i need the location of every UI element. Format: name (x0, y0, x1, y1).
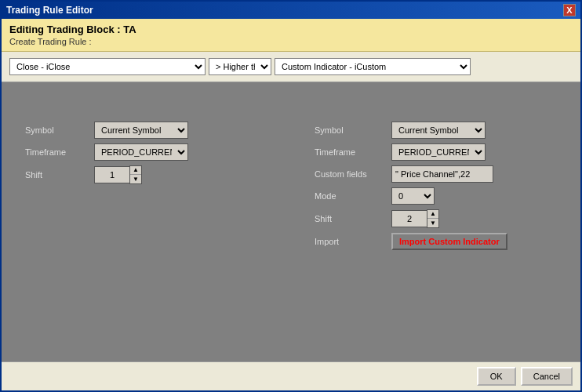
left-symbol-row: Symbol Current Symbol EURUSD GBPUSD (25, 122, 283, 139)
header-section: Editing Trading Block : TA Create Tradin… (2, 19, 580, 52)
right-symbol-select[interactable]: Current Symbol EURUSD (391, 122, 486, 139)
header-title: Editing Trading Block : TA (9, 24, 573, 35)
right-timeframe-label: Timeframe (315, 147, 385, 157)
right-symbol-control: Current Symbol EURUSD (391, 122, 486, 139)
left-shift-up-btn[interactable]: ▲ (130, 166, 141, 175)
toolbar: Close - iClose > Higher than Custom Indi… (2, 52, 580, 82)
right-custom-fields-control (391, 165, 493, 183)
right-symbol-row: Symbol Current Symbol EURUSD (315, 122, 573, 139)
right-shift-down-btn[interactable]: ▼ (427, 219, 438, 227)
right-mode-control: 0 1 2 (391, 187, 435, 205)
right-mode-label: Mode (315, 191, 385, 201)
header-subtitle: Create Trading Rule : (9, 37, 573, 46)
right-mode-select[interactable]: 0 1 2 (391, 187, 435, 205)
left-operand-select[interactable]: Close - iClose (9, 58, 206, 75)
footer-bar: OK Cancel (2, 361, 580, 390)
right-mode-row: Mode 0 1 2 (315, 187, 573, 205)
cancel-button[interactable]: Cancel (521, 367, 573, 386)
left-symbol-select[interactable]: Current Symbol EURUSD GBPUSD (94, 122, 188, 139)
left-shift-input[interactable] (94, 166, 129, 183)
close-button[interactable]: X (563, 4, 576, 16)
right-custom-fields-row: Custom fields (315, 165, 573, 183)
window-title: Trading Rule Editor (6, 5, 93, 16)
right-timeframe-row: Timeframe PERIOD_CURRENT H1 (315, 143, 573, 161)
left-symbol-control: Current Symbol EURUSD GBPUSD (94, 122, 188, 139)
left-shift-spinner: ▲ ▼ (129, 165, 142, 184)
left-shift-label: Shift (25, 170, 88, 180)
right-shift-row: Shift ▲ ▼ (315, 209, 573, 228)
right-shift-label: Shift (315, 214, 385, 223)
right-shift-input[interactable] (391, 210, 427, 227)
left-panel: Symbol Current Symbol EURUSD GBPUSD Time… (9, 122, 283, 250)
right-import-control: Import Custom Indicator (391, 233, 507, 250)
left-shift-down-btn[interactable]: ▼ (130, 175, 141, 183)
left-shift-control: ▲ ▼ (94, 165, 142, 184)
left-timeframe-label: Timeframe (25, 147, 88, 157)
left-timeframe-control: PERIOD_CURRENT M1 H1 (94, 143, 188, 161)
title-bar: Trading Rule Editor X (2, 2, 580, 19)
right-panel: Symbol Current Symbol EURUSD Timeframe P… (299, 122, 573, 250)
right-symbol-label: Symbol (315, 125, 385, 135)
ok-button[interactable]: OK (477, 367, 516, 386)
left-symbol-label: Symbol (25, 125, 88, 135)
left-timeframe-row: Timeframe PERIOD_CURRENT M1 H1 (25, 143, 283, 161)
panels-container: Symbol Current Symbol EURUSD GBPUSD Time… (9, 122, 573, 250)
right-custom-fields-label: Custom fields (315, 169, 385, 179)
right-timeframe-select[interactable]: PERIOD_CURRENT H1 (391, 143, 486, 161)
trading-rule-editor-window: Trading Rule Editor X Editing Trading Bl… (0, 0, 582, 392)
right-import-row: Import Import Custom Indicator (315, 233, 573, 250)
right-operand-select[interactable]: Custom Indicator - iCustom (275, 58, 471, 75)
right-custom-fields-input[interactable] (391, 165, 493, 183)
left-timeframe-select[interactable]: PERIOD_CURRENT M1 H1 (94, 143, 188, 161)
operator-select[interactable]: > Higher than (209, 58, 271, 75)
right-shift-spinner: ▲ ▼ (427, 209, 439, 228)
left-shift-row: Shift ▲ ▼ (25, 165, 283, 184)
right-shift-up-btn[interactable]: ▲ (427, 210, 438, 219)
right-timeframe-control: PERIOD_CURRENT H1 (391, 143, 486, 161)
right-shift-control: ▲ ▼ (391, 209, 439, 228)
right-import-label: Import (315, 237, 385, 246)
content-area: Symbol Current Symbol EURUSD GBPUSD Time… (2, 82, 580, 361)
import-custom-indicator-button[interactable]: Import Custom Indicator (391, 233, 507, 250)
